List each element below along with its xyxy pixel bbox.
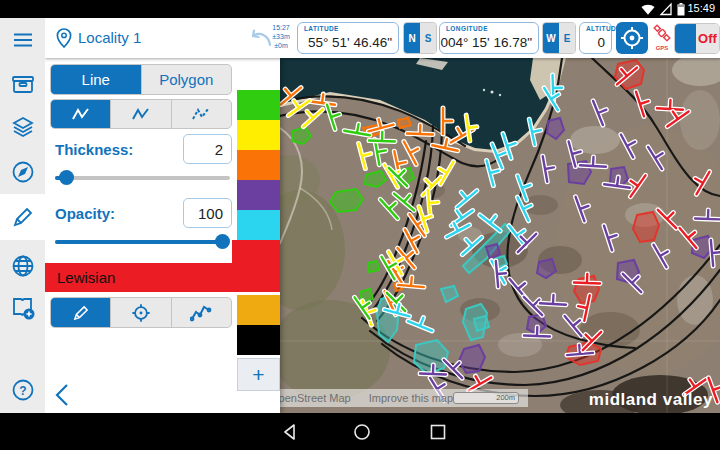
vertex-line-button[interactable] [171, 298, 231, 327]
back-button[interactable] [280, 422, 300, 442]
slider-thumb[interactable] [215, 234, 230, 249]
improve-map-link[interactable]: Improve this map [369, 392, 453, 404]
geometry-tabs: Line Polygon [50, 64, 232, 95]
add-at-gps-button[interactable] [110, 298, 170, 327]
color-palette [237, 90, 280, 355]
notebook-add-icon [10, 295, 36, 321]
app-screen: 15:49 Locality 1 15:27 ±33m ±0m LATITUDE… [0, 0, 720, 450]
sidebar-item-project[interactable] [0, 65, 45, 105]
attribution-source: OpenStreet Map [280, 392, 351, 404]
color-swatch[interactable] [237, 295, 280, 325]
project-box-icon [10, 72, 36, 98]
color-swatch[interactable] [232, 240, 280, 292]
locality-header[interactable]: Locality 1 [45, 18, 280, 58]
color-swatch[interactable] [237, 150, 280, 180]
thickness-slider[interactable] [55, 170, 230, 185]
gps-fix-info: 15:27 ±33m ±0m [267, 23, 295, 50]
horizontal-accuracy: ±33m [267, 32, 295, 41]
target-icon [131, 303, 151, 323]
geology-polygon[interactable] [398, 118, 411, 128]
color-swatch[interactable] [237, 325, 280, 355]
slider-track[interactable] [55, 176, 230, 180]
geology-polygon[interactable] [633, 212, 659, 242]
latitude-value: 55° 51' 46.46" [298, 35, 392, 50]
sidebar-item-layers[interactable] [0, 108, 45, 148]
zigzag-line-icon [71, 106, 91, 122]
sidebar-item-basemap[interactable] [0, 246, 45, 286]
line-style-solid-button[interactable] [51, 100, 110, 128]
battery-icon [676, 2, 686, 16]
gps-label: GPS [652, 45, 672, 51]
clock: 15:49 [687, 2, 715, 14]
compass-icon [10, 159, 36, 185]
gps-satellite-icon [652, 24, 672, 42]
wifi-icon [640, 2, 656, 16]
sidebar-item-notebook-add[interactable] [0, 288, 45, 328]
draw-mode-buttons [50, 297, 232, 328]
locate-icon [616, 22, 648, 54]
longitude-label: LONGITUDE [446, 25, 488, 32]
polyline-icon [190, 304, 212, 322]
altitude-value: 0 [580, 35, 605, 50]
line-style-3-button[interactable] [171, 100, 231, 128]
lat-hemisphere-toggle[interactable]: N S [403, 22, 437, 54]
home-button[interactable] [352, 422, 372, 442]
pencil-icon [10, 204, 36, 230]
lon-hemisphere-toggle[interactable]: W E [542, 22, 576, 54]
longitude-field[interactable]: LONGITUDE 004° 15' 16.78" [439, 22, 539, 54]
locality-title: Locality 1 [78, 29, 141, 46]
geology-polygon[interactable] [474, 316, 489, 331]
tab-line[interactable]: Line [51, 65, 141, 94]
location-pin-icon [54, 27, 74, 49]
locate-button[interactable] [616, 22, 648, 54]
sidebar-item-help[interactable]: ? [0, 370, 45, 410]
menu-icon [10, 27, 36, 53]
midland-valley-logo: midland valley [589, 390, 713, 410]
gps-indicator: GPS [652, 24, 672, 54]
slider-thumb[interactable] [59, 170, 74, 185]
back-chevron-button[interactable] [51, 382, 73, 408]
gps-power-toggle[interactable]: Off [674, 23, 720, 54]
thickness-value[interactable]: 2 [183, 134, 232, 164]
east-option[interactable]: E [559, 23, 575, 53]
slider-fill [55, 240, 223, 244]
thickness-label: Thickness: [55, 141, 133, 158]
tab-polygon[interactable]: Polygon [141, 65, 232, 94]
add-color-button[interactable]: + [237, 358, 280, 391]
sidebar: ? [0, 18, 45, 413]
sidebar-item-menu[interactable] [0, 20, 45, 60]
color-swatch[interactable] [237, 90, 280, 120]
pencil-icon [71, 303, 91, 323]
fix-time: 15:27 [267, 23, 295, 32]
map-canvas[interactable]: OpenStreet Map Improve this map 200m mid… [280, 58, 720, 413]
sidebar-item-compass[interactable] [0, 152, 45, 192]
sidebar-item-draw[interactable] [0, 194, 45, 240]
geology-polygon[interactable] [368, 261, 379, 272]
top-toolbar: Locality 1 15:27 ±33m ±0m LATITUDE 55° 5… [45, 18, 720, 58]
line-style-2-button[interactable] [110, 100, 170, 128]
recents-button[interactable] [428, 422, 448, 442]
longitude-value: 004° 15' 16.78" [440, 35, 532, 50]
latitude-field[interactable]: LATITUDE 55° 51' 46.46" [297, 22, 399, 54]
opacity-value[interactable]: 100 [183, 198, 232, 228]
north-option[interactable]: N [404, 23, 420, 53]
status-bar: 15:49 [0, 0, 720, 18]
west-option[interactable]: W [543, 23, 559, 53]
freehand-draw-button[interactable] [51, 298, 110, 327]
altitude-field[interactable]: ALTITUDE 0 [579, 22, 612, 54]
scale-bar: 200m [453, 392, 519, 404]
color-swatch[interactable] [237, 120, 280, 150]
opacity-slider[interactable] [55, 234, 230, 249]
line-style-buttons [50, 99, 232, 129]
svg-text:?: ? [19, 384, 26, 398]
geology-polygon[interactable] [330, 189, 363, 212]
zigzag-line-icon [131, 106, 151, 122]
android-nav-bar [0, 413, 720, 450]
color-swatch[interactable] [237, 180, 280, 210]
toggle-knob [675, 24, 696, 53]
map-image [280, 58, 720, 413]
layers-icon [10, 115, 36, 141]
power-state: Off [696, 24, 719, 53]
color-swatch[interactable] [237, 210, 280, 240]
south-option[interactable]: S [420, 23, 436, 53]
